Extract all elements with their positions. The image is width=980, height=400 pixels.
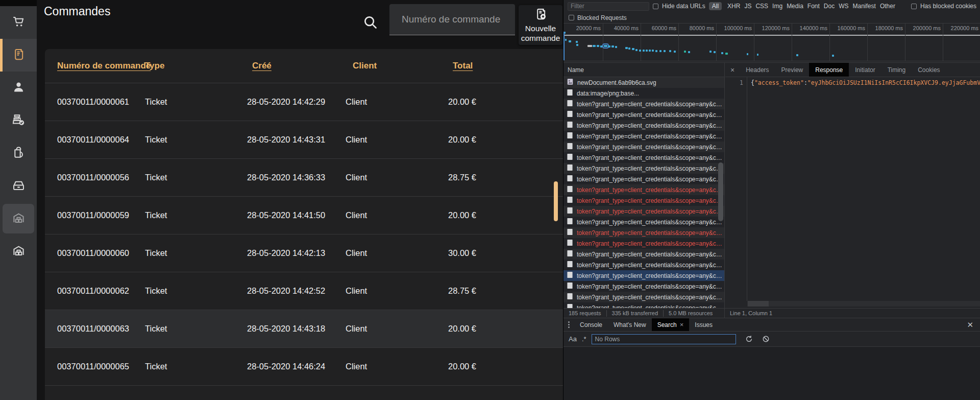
hide-data-urls-checkbox[interactable] [653,4,658,9]
request-detail-pane: × HeadersPreviewResponseInitiatorTimingC… [725,63,980,309]
table-row[interactable]: 00370011/0000062Ticket28-05-2020 14:42:5… [45,272,563,310]
order-search-input[interactable] [389,4,515,35]
network-request-row[interactable]: data:image/png;base... [564,88,724,99]
network-request-row[interactable]: token?grant_type=client_credentials&scop… [564,227,724,238]
network-request-row[interactable]: token?grant_type=client_credentials&scop… [564,131,724,142]
table-row[interactable]: 00370011/0000059Ticket28-05-2020 14:41:5… [45,197,563,234]
drawer-tab-issues[interactable]: Issues [689,318,718,331]
timeline-tick-label: 180000 ms [865,25,903,31]
sidebar-item-register-check[interactable] [0,104,37,137]
column-header-type[interactable]: Type [145,61,247,71]
type-filter-doc[interactable]: Doc [824,3,835,10]
order-client: Client [346,135,448,145]
type-filter-js[interactable]: JS [744,3,751,10]
network-request-row[interactable]: token?grant_type=client_credentials&scop… [564,281,724,292]
blocked-requests-checkbox[interactable] [569,15,574,20]
table-row[interactable]: 00370011/0000063Ticket28-05-2020 14:43:1… [45,310,563,348]
response-code-line[interactable]: {"access_token":"eyJhbGciOiJSUzI1NiIsInR… [747,77,980,301]
network-request-row[interactable]: token?grant_type=client_credentials&scop… [564,270,724,281]
new-order-label-line2: commande [521,34,560,43]
request-name: token?grant_type=client_credentials&scop… [577,208,722,215]
sidebar-item-bag[interactable] [0,137,37,170]
search-icon[interactable] [362,14,379,31]
name-column-header[interactable]: Name [564,63,724,77]
network-request-row[interactable]: token?grant_type=client_credentials&scop… [564,292,724,302]
clear-search-icon[interactable] [762,335,770,343]
network-request-row[interactable]: token?grant_type=client_credentials&scop… [564,120,724,131]
network-filter-input[interactable] [568,2,649,11]
request-name: data:image/png;base... [577,90,639,97]
drawer-search-input[interactable] [592,334,736,344]
table-row[interactable]: 00370011/0000065Ticket28-05-2020 14:46:2… [45,348,563,386]
sidebar-item-person[interactable] [0,72,37,104]
drawer-tab-console[interactable]: Console [574,318,608,331]
close-drawer-icon[interactable]: ✕ [960,318,980,331]
tab-timing[interactable]: Timing [881,63,912,77]
sidebar-item-warehouse[interactable] [0,202,37,235]
type-filter-font[interactable]: Font [807,3,820,10]
network-request-row[interactable]: token?grant_type=client_credentials&scop… [564,152,724,163]
request-list-scrollbar-thumb[interactable] [718,162,723,221]
refresh-search-icon[interactable] [745,335,753,343]
column-header-total[interactable]: Total [448,61,563,71]
tab-headers[interactable]: Headers [740,63,775,77]
table-row[interactable]: 00370011/0000060Ticket28-05-2020 14:42:1… [45,234,563,272]
column-header-cr-[interactable]: Créé [247,61,346,71]
type-filter-xhr[interactable]: XHR [727,3,740,10]
network-request-row[interactable]: token?grant_type=client_credentials&scop… [564,184,724,195]
type-filter-img[interactable]: Img [772,3,782,10]
network-request-row[interactable]: token?grant_type=client_credentials&scop… [564,142,724,152]
network-request-row[interactable]: token?grant_type=client_credentials&scop… [564,249,724,260]
network-request-row[interactable]: newDocument.6ab9b6ca.svg [564,77,724,88]
network-request-row[interactable]: token?grant_type=client_credentials&scop… [564,260,724,270]
drawer-tab-label: Console [580,321,602,328]
waterfall-dot [615,46,617,48]
close-tab-icon[interactable]: × [680,321,684,328]
waterfall-dot [669,50,671,52]
drawer-tab-search[interactable]: Search× [652,318,690,331]
regex-toggle[interactable]: .* [582,335,586,343]
request-name: token?grant_type=client_credentials&scop… [577,133,722,140]
request-name: token?grant_type=client_credentials&scop… [577,229,722,237]
network-request-row[interactable]: token?grant_type=client_credentials&scop… [564,217,724,227]
network-request-row[interactable]: token?grant_type=client_credentials&scop… [564,163,724,174]
sidebar-item-warehouse[interactable] [0,235,37,268]
drawer-menu-icon[interactable] [564,318,574,331]
table-row[interactable]: 00370011/0000061Ticket28-05-2020 14:42:2… [45,83,563,121]
type-filter-css[interactable]: CSS [755,3,768,10]
type-filter-ws[interactable]: WS [839,3,848,10]
network-request-row[interactable]: token?grant_type=client_credentials&scop… [564,109,724,120]
network-request-row[interactable]: token?grant_type=client_credentials&scop… [564,99,724,109]
sidebar-item-receipt[interactable] [0,39,37,72]
sidebar-item-drawer[interactable] [0,170,37,202]
sidebar-item-cart[interactable] [0,6,37,39]
network-request-row[interactable]: token?grant_type=client_credentials&scop… [564,195,724,206]
tab-initiator[interactable]: Initiator [849,63,881,77]
close-detail-icon[interactable]: × [725,63,740,77]
type-filter-media[interactable]: Media [787,3,803,10]
drawer-tabs: ConsoleWhat's NewSearch×Issues [574,318,718,331]
network-request-row[interactable]: token?grant_type=client_credentials&scop… [564,174,724,184]
filter-all-chip[interactable]: All [709,2,722,10]
waterfall-dot [600,45,602,48]
tab-preview[interactable]: Preview [775,63,810,77]
network-request-row[interactable]: token?grant_type=client_credentials&scop… [564,206,724,217]
match-case-toggle[interactable]: Aa [569,335,577,343]
file-icon [567,282,573,291]
column-header-client[interactable]: Client [346,61,448,71]
table-scrollbar-thumb[interactable] [554,181,558,221]
response-hscrollbar-thumb[interactable] [748,301,769,307]
drawer-tab-what-s-new[interactable]: What's New [608,318,652,331]
type-filter-manifest[interactable]: Manifest [853,3,876,10]
network-overview-timeline[interactable]: 20000 ms40000 ms60000 ms80000 ms100000 m… [564,23,980,61]
tab-response[interactable]: Response [809,63,849,77]
tab-cookies[interactable]: Cookies [912,63,946,77]
waterfall-dot [604,45,607,47]
network-request-row[interactable]: token?grant_type=client_credentials&scop… [564,238,724,249]
new-order-button[interactable]: Nouvelle commande [519,5,562,45]
table-row[interactable]: 00370011/0000064Ticket28-05-2020 14:43:3… [45,121,563,159]
column-header-num-ro-de-commande[interactable]: Numéro de commande [57,61,145,71]
has-blocked-cookies-checkbox[interactable] [911,4,917,9]
table-row[interactable]: 00370011/0000056Ticket28-05-2020 14:36:3… [45,159,563,197]
type-filter-other[interactable]: Other [880,3,895,10]
